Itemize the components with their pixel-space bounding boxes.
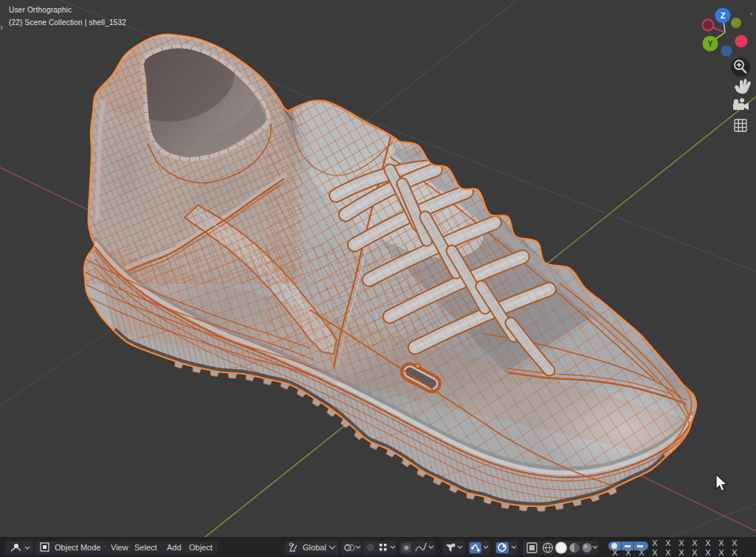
svg-text:Y: Y [708,40,713,48]
svg-text:Z: Z [721,11,726,20]
